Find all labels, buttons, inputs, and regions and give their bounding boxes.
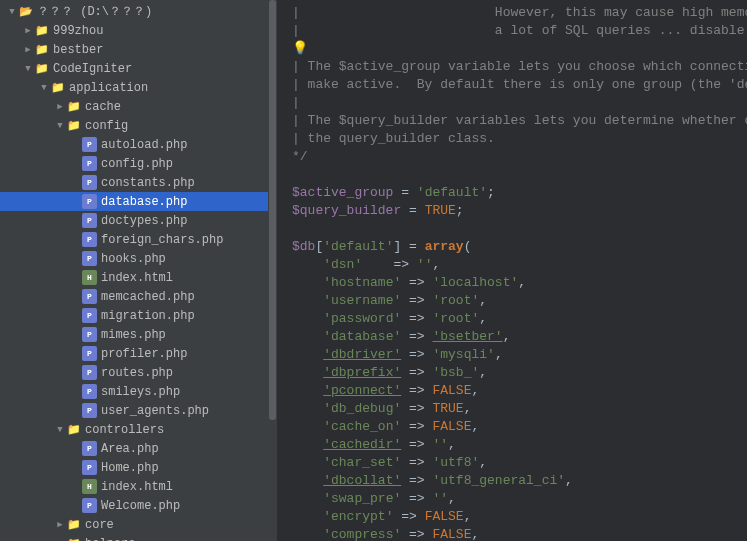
tree-node-migration-php[interactable]: migration.php [0, 306, 277, 325]
folder-icon [66, 536, 81, 541]
tree-label: config.php [101, 157, 173, 171]
tree-node-config-php[interactable]: config.php [0, 154, 277, 173]
folder-icon [34, 61, 49, 76]
ide-root: ？？？ (D:\？？？)999zhoubestberCodeIgniterapp… [0, 0, 747, 541]
tree-label: hooks.php [101, 252, 166, 266]
tree-label: constants.php [101, 176, 195, 190]
php-file-icon [82, 213, 97, 228]
tree-node-application[interactable]: application [0, 78, 277, 97]
tree-node-controllers[interactable]: controllers [0, 420, 277, 439]
php-file-icon [82, 403, 97, 418]
tree-label: user_agents.php [101, 404, 209, 418]
php-file-icon [82, 175, 97, 190]
php-file-icon [82, 232, 97, 247]
tree-label: ？？？ (D:\？？？) [37, 3, 152, 20]
sidebar-scrollbar[interactable] [268, 0, 277, 541]
tree-label: doctypes.php [101, 214, 187, 228]
tree-node-999zhou[interactable]: 999zhou [0, 21, 277, 40]
php-file-icon [82, 365, 97, 380]
tree-node-home-php[interactable]: Home.php [0, 458, 277, 477]
tree-label: foreign_chars.php [101, 233, 223, 247]
tree-arrow-icon[interactable] [38, 83, 50, 93]
tree-arrow-icon[interactable] [22, 44, 34, 55]
tree-node-mimes-php[interactable]: mimes.php [0, 325, 277, 344]
tree-node-index-html[interactable]: index.html [0, 477, 277, 496]
tree-node-doctypes-php[interactable]: doctypes.php [0, 211, 277, 230]
tree-node-area-php[interactable]: Area.php [0, 439, 277, 458]
project-tree-panel[interactable]: ？？？ (D:\？？？)999zhoubestberCodeIgniterapp… [0, 0, 278, 541]
tree-node-index-html[interactable]: index.html [0, 268, 277, 287]
tree-node-user-agents-php[interactable]: user_agents.php [0, 401, 277, 420]
tree-arrow-icon[interactable] [54, 101, 66, 112]
tree-label: cache [85, 100, 121, 114]
php-file-icon [82, 194, 97, 209]
tree-arrow-icon[interactable] [54, 519, 66, 530]
tree-node-cache[interactable]: cache [0, 97, 277, 116]
tree-node-memcached-php[interactable]: memcached.php [0, 287, 277, 306]
php-file-icon [82, 441, 97, 456]
tree-label: config [85, 119, 128, 133]
folder-icon [34, 42, 49, 57]
tree-label: migration.php [101, 309, 195, 323]
tree-node------d------[interactable]: ？？？ (D:\？？？) [0, 2, 277, 21]
php-file-icon [82, 156, 97, 171]
php-file-icon [82, 498, 97, 513]
php-file-icon [82, 460, 97, 475]
tree-arrow-icon[interactable] [22, 64, 34, 74]
tree-label: controllers [85, 423, 164, 437]
scrollbar-thumb[interactable] [269, 0, 276, 420]
tree-arrow-icon[interactable] [6, 7, 18, 17]
tree-node-profiler-php[interactable]: profiler.php [0, 344, 277, 363]
tree-node-config[interactable]: config [0, 116, 277, 135]
tree-node-constants-php[interactable]: constants.php [0, 173, 277, 192]
tree-label: routes.php [101, 366, 173, 380]
php-file-icon [82, 251, 97, 266]
folder-icon [50, 80, 65, 95]
tree-node-bestber[interactable]: bestber [0, 40, 277, 59]
php-file-icon [82, 289, 97, 304]
tree-label: database.php [101, 195, 187, 209]
tree-node-routes-php[interactable]: routes.php [0, 363, 277, 382]
tree-label: index.html [101, 480, 173, 494]
tree-label: CodeIgniter [53, 62, 132, 76]
tree-label: 999zhou [53, 24, 103, 38]
php-file-icon [82, 327, 97, 342]
code-editor[interactable]: | However, this may cause high memory us… [278, 0, 747, 541]
tree-node-foreign-chars-php[interactable]: foreign_chars.php [0, 230, 277, 249]
folder-icon [66, 422, 81, 437]
folder-icon [66, 99, 81, 114]
tree-node-helpers[interactable]: helpers [0, 534, 277, 541]
tree-label: core [85, 518, 114, 532]
html-file-icon [82, 479, 97, 494]
php-file-icon [82, 308, 97, 323]
tree-node-hooks-php[interactable]: hooks.php [0, 249, 277, 268]
tree-label: helpers [85, 537, 135, 542]
php-file-icon [82, 137, 97, 152]
folder-icon [66, 118, 81, 133]
php-file-icon [82, 346, 97, 361]
folder-icon [66, 517, 81, 532]
folder-icon [34, 23, 49, 38]
editor-gutter [278, 0, 288, 541]
file-tree[interactable]: ？？？ (D:\？？？)999zhoubestberCodeIgniterapp… [0, 0, 277, 541]
tree-node-smileys-php[interactable]: smileys.php [0, 382, 277, 401]
tree-arrow-icon[interactable] [54, 425, 66, 435]
tree-arrow-icon[interactable] [54, 121, 66, 131]
tree-label: application [69, 81, 148, 95]
tree-label: mimes.php [101, 328, 166, 342]
tree-label: Welcome.php [101, 499, 180, 513]
tree-node-core[interactable]: core [0, 515, 277, 534]
tree-node-codeigniter[interactable]: CodeIgniter [0, 59, 277, 78]
tree-label: autoload.php [101, 138, 187, 152]
tree-arrow-icon[interactable] [22, 25, 34, 36]
tree-node-database-php[interactable]: database.php [0, 192, 277, 211]
intention-bulb-icon[interactable]: 💡 [292, 41, 308, 56]
code-content: | However, this may cause high memory us… [292, 4, 747, 541]
project-icon [18, 4, 33, 19]
tree-label: smileys.php [101, 385, 180, 399]
code-area[interactable]: | However, this may cause high memory us… [288, 0, 747, 541]
tree-label: profiler.php [101, 347, 187, 361]
tree-node-autoload-php[interactable]: autoload.php [0, 135, 277, 154]
tree-label: Area.php [101, 442, 159, 456]
tree-node-welcome-php[interactable]: Welcome.php [0, 496, 277, 515]
